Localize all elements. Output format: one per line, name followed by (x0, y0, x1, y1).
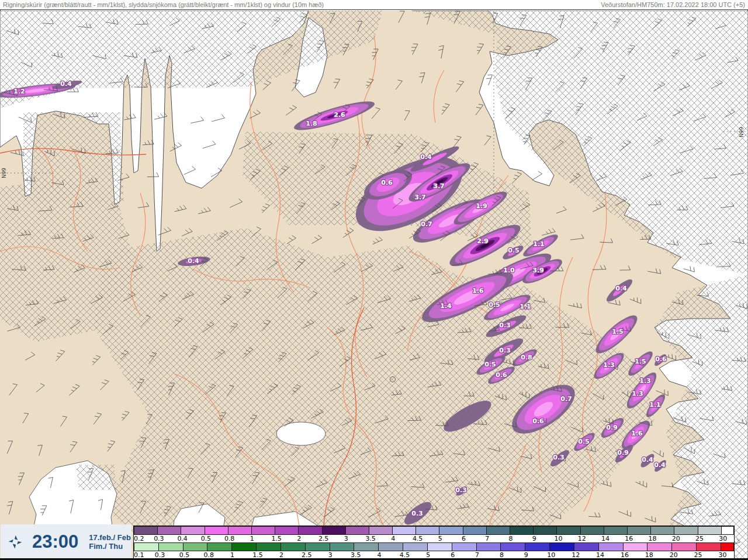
legend-tick-label: 6 (462, 535, 466, 542)
precipitation-value: 0.5 (508, 247, 520, 254)
precipitation-value: 0.5 (484, 361, 496, 368)
precipitation-value: 1.4 (440, 302, 452, 310)
legend-swatch (581, 526, 604, 535)
precipitation-value: 1.3 (632, 390, 643, 397)
legend-tick-label: 9 (532, 535, 536, 542)
precipitation-value: 1.5 (635, 358, 646, 365)
met-office-pinwheel-icon (8, 534, 23, 549)
precipitation-value: 1.5 (612, 328, 624, 336)
latitude-label-right: N99 (739, 127, 744, 137)
model-run-timestamp: Veðurstofan/HM750m: 17.02.2022 18:00 UTC… (601, 1, 745, 8)
legend-tick-label: 0.8 (224, 535, 235, 542)
legend-swatch (439, 526, 463, 535)
legend-tick-label: 10 (555, 535, 563, 542)
legend-swatch (534, 526, 557, 535)
legend-tick-label: 18 (649, 535, 657, 542)
precipitation-value: 0.4 (654, 461, 666, 469)
legend-tick: 1.5 (256, 551, 280, 558)
legend-tick: 6 (463, 535, 487, 542)
legend-tick-label: 14 (601, 535, 610, 542)
legend-tick: 25 (697, 551, 721, 558)
legend-tick: 8 (501, 551, 525, 558)
legend-swatch (428, 542, 452, 551)
legend-tick: 9 (534, 535, 557, 542)
legend-swatch (501, 542, 525, 551)
legend-tick: 12 (574, 551, 599, 558)
precipitation-value: 0.3 (499, 347, 511, 354)
legend-swatch (257, 542, 281, 551)
title-bar: Rigning/skúrir (grænt/blátt/rautt - mm/1… (0, 0, 748, 10)
legend-swatch (672, 542, 697, 551)
precipitation-value: 2.6 (334, 111, 345, 119)
legend-tick: 2.5 (322, 535, 345, 542)
legend-tick-label: 0.2 (134, 535, 144, 542)
legend-tick-label: 4 (391, 535, 395, 542)
precipitation-value: 0.9 (617, 449, 629, 457)
legend-tick: 3.5 (369, 535, 393, 542)
legend-tick: 8 (510, 535, 534, 542)
legend-swatch (232, 542, 257, 551)
legend-swatch (628, 526, 651, 535)
legend-tick: 10 (557, 535, 581, 542)
precipitation-value: 0.4 (188, 257, 199, 265)
legend-swatch (599, 542, 624, 551)
legend-tick: 0.8 (228, 535, 251, 542)
legend-swatch (721, 542, 734, 551)
legend-swatch (604, 526, 628, 535)
precipitation-value: 0.6 (655, 355, 667, 363)
legend-swatch (299, 526, 322, 535)
precipitation-value: 1.2 (13, 88, 25, 95)
legend-description: Rigning/skúrir (grænt/blátt/rautt - mm/1… (3, 1, 324, 8)
legend-swatch (183, 542, 208, 551)
legend-tick: 20 (673, 551, 697, 558)
legend-tick-label: 16 (625, 535, 633, 542)
sleet-scale-swatches (134, 526, 734, 535)
legend-swatch (647, 542, 672, 551)
rain-scale-labels: 0.10.30.50.811.522.533.544.5567891012141… (134, 551, 734, 558)
precipitation-legend: 0.20.30.40.50.811.522.533.544.5567891012… (133, 526, 735, 559)
legend-tick: 4.5 (403, 551, 428, 558)
legend-swatch (510, 526, 534, 535)
legend-swatch (416, 526, 439, 535)
precipitation-value: 0.4 (615, 285, 627, 292)
precipitation-value: 1.0 (503, 267, 515, 274)
legend-tick: 7 (487, 535, 510, 542)
legend-swatch (697, 542, 721, 551)
legend-swatch (624, 542, 648, 551)
precipitation-value: 0.4 (60, 80, 72, 88)
legend-tick: 18 (652, 535, 675, 542)
legend-tick-label: 20 (672, 535, 680, 542)
legend-tick: 30 (722, 535, 734, 542)
legend-tick: 14 (599, 551, 624, 558)
legend-tick-label: 0.4 (177, 535, 188, 542)
legend-tick: 5 (439, 535, 463, 542)
legend-tick: 1.5 (275, 535, 299, 542)
legend-swatch (525, 542, 550, 551)
legend-swatch (574, 542, 599, 551)
legend-tick: 25 (698, 535, 722, 542)
time-panel: 23:00 17.feb./ Feb Fim./ Thu (1, 524, 131, 559)
forecast-date-line2: Fim./ Thu (89, 542, 131, 551)
precipitation-value: 3.9 (532, 267, 544, 274)
legend-tick-label: 3.5 (365, 535, 376, 542)
legend-tick-label: 25 (695, 535, 704, 542)
legend-tick-label: 7 (485, 535, 489, 542)
precipitation-value: 3.7 (433, 182, 445, 190)
legend-swatch (158, 526, 181, 535)
glacier-hatch-patch (76, 465, 117, 490)
precipitation-value: 0.4 (642, 456, 653, 464)
precipitation-value: 1.9 (476, 202, 487, 210)
precipitation-value: 1.3 (639, 377, 651, 385)
legend-tick-label: 0.3 (154, 535, 164, 542)
legend-tick-label: 1 (250, 535, 254, 542)
legend-tick-label: 0.5 (201, 535, 212, 542)
precipitation-value: 0.6 (381, 179, 393, 186)
legend-tick: 16 (624, 551, 648, 558)
legend-swatch (134, 526, 158, 535)
legend-swatch (134, 542, 159, 551)
legend-tick-label: 1.5 (271, 535, 282, 542)
legend-swatch (463, 526, 487, 535)
map-canvas[interactable]: N99 N99 1.20.41.82.60.40.63.73.71.90.72.… (0, 11, 748, 560)
precipitation-value: 0.5 (489, 301, 500, 309)
precipitation-value: 0.7 (421, 220, 432, 228)
